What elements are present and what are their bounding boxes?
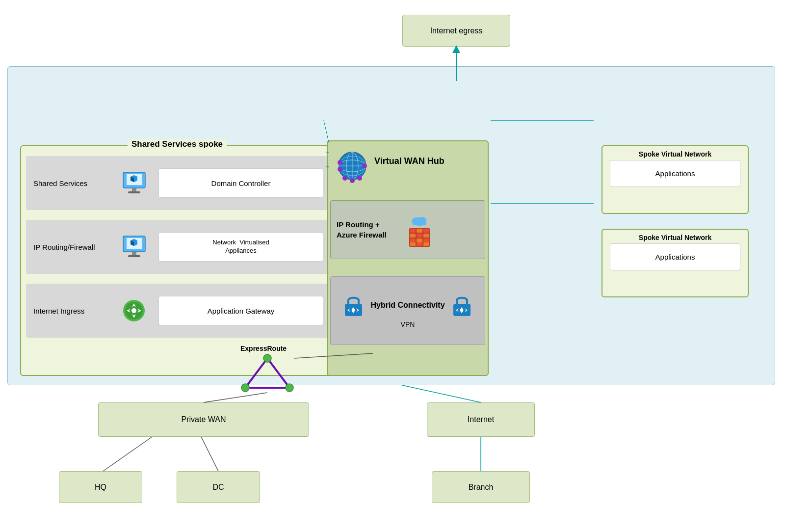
svg-line-77 [103,437,152,471]
expressroute-label: ExpressRoute [240,345,287,352]
monitor-icon-2 [114,234,154,261]
spoke-vnet-2-applications: Applications [610,243,740,270]
ip-routing-azure-box: IP Routing +Azure Firewall [330,200,485,259]
service-row-internet-ingress: Internet Ingress [26,284,328,338]
svg-rect-6 [128,191,140,193]
svg-rect-43 [423,234,429,238]
svg-rect-13 [128,255,140,257]
shared-services-spoke: Shared Services spoke Shared Services [20,145,334,376]
svg-rect-48 [417,242,422,246]
internet-egress-box: Internet egress [402,15,510,47]
expressroute-area: ExpressRoute [238,353,297,395]
svg-rect-47 [410,242,416,246]
private-wan-box: Private WAN [98,402,309,437]
branch-box: Branch [432,471,530,503]
svg-rect-38 [410,229,416,233]
internet-box: Internet [427,402,535,437]
svg-rect-40 [423,229,429,233]
svg-point-65 [286,384,293,392]
ip-routing-azure-label: IP Routing +Azure Firewall [331,219,409,240]
hybrid-connectivity-box: Hybrid Connectivity VPN [330,276,485,345]
vpn-label: VPN [401,320,415,328]
svg-line-78 [201,437,218,471]
spoke-vnet-2: Spoke Virtual Network Applications [602,229,749,297]
svg-line-76 [402,385,481,402]
expressroute-triangle-icon [238,353,297,393]
hybrid-top-row: Hybrid Connectivity [342,293,472,318]
firewall-icons [409,213,435,247]
svg-point-27 [338,160,342,165]
dc-box: DC [177,471,260,503]
hq-label: HQ [95,483,106,492]
application-gateway-box: Application Gateway [158,296,323,325]
spoke-vnet-2-title: Spoke Virtual Network [602,230,748,243]
internet-ingress-label: Internet Ingress [26,307,114,315]
spoke-vnet-1-title: Spoke Virtual Network [602,146,748,160]
internet-egress-label: Internet egress [430,27,483,35]
svg-point-30 [350,178,355,183]
hybrid-connectivity-label: Hybrid Connectivity [370,300,445,311]
lock-icon-right [451,293,473,318]
spoke-vnet-1-applications: Applications [610,160,740,187]
monitor-icon-1 [114,170,154,197]
dc-label: DC [212,483,224,492]
service-row-shared-services: Shared Services D [26,156,328,210]
svg-rect-45 [417,239,422,242]
ip-routing-firewall-label: IP Routing/Firewall [26,243,114,251]
service-row-ip-routing: IP Routing/Firewall Network VirtualisedA [26,220,328,274]
private-wan-label: Private WAN [182,415,226,424]
svg-point-32 [357,176,362,181]
svg-point-28 [338,167,342,172]
svg-point-20 [131,308,136,313]
svg-rect-46 [423,239,429,242]
diagram-container: Internet egress Shared Services spoke Sh… [0,0,785,532]
branch-label: Branch [469,483,494,492]
vwan-hub: Virtual WAN Hub IP Routing +Azure Firewa… [327,140,489,376]
svg-marker-62 [245,358,289,388]
svg-rect-49 [423,242,429,246]
svg-rect-36 [413,221,426,225]
hybrid-text-block: Hybrid Connectivity [370,300,445,311]
globe-icon [335,149,369,185]
svg-rect-12 [132,252,136,256]
hq-box: HQ [59,471,142,503]
shared-services-label: Shared Services [26,179,114,187]
lock-icon-left [342,293,365,318]
svg-point-64 [263,354,271,362]
network-virtualised-box: Network VirtualisedAppliances [158,232,323,262]
internet-label: Internet [468,415,494,424]
svg-point-31 [342,176,347,181]
main-azure-container: Shared Services spoke Shared Services [7,66,775,385]
domain-controller-box: Domain Controller [158,168,323,198]
svg-rect-41 [410,234,416,238]
shared-services-spoke-label: Shared Services spoke [128,139,227,149]
svg-rect-44 [410,239,416,242]
svg-rect-42 [417,234,422,238]
svg-point-29 [362,163,367,168]
svg-rect-5 [132,188,136,192]
vwan-hub-label: Virtual WAN Hub [374,156,445,166]
spoke-vnet-1: Spoke Virtual Network Applications [602,145,749,214]
svg-point-63 [241,384,249,392]
svg-point-61 [460,309,463,312]
routing-icon [114,297,154,324]
svg-rect-39 [417,229,422,233]
svg-point-55 [352,309,355,312]
